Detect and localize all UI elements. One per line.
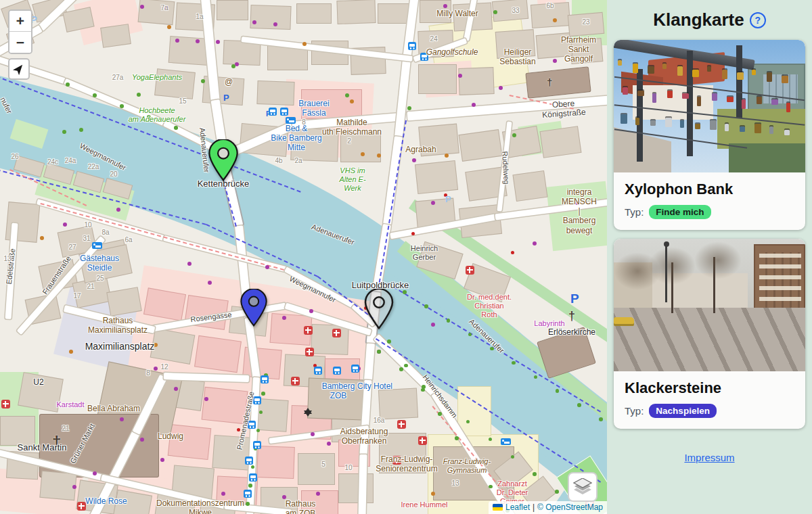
app-title-text: Klangkarte [653, 9, 744, 30]
padlock-decor [740, 126, 745, 132]
attribution-separator: | [533, 503, 535, 512]
padlock-decor [665, 118, 672, 127]
map-marker-green[interactable] [208, 139, 238, 181]
padlock-decor [727, 97, 734, 102]
locate-button[interactable] [8, 58, 30, 80]
card-title-xylophon: Xylophon Bank [625, 181, 794, 198]
map-marker-white-outline[interactable] [364, 289, 394, 329]
locate-arrow-icon [13, 63, 25, 75]
card-title-klackersteine: Klackersteine [625, 379, 794, 397]
padlock-decor [648, 66, 654, 74]
padlock-decor [725, 124, 729, 131]
impressum-link[interactable]: Impressum [612, 452, 807, 463]
openstreetmap-link[interactable]: © OpenStreetMap [537, 503, 603, 512]
padlock-decor [771, 99, 778, 105]
padlock-decor [757, 97, 762, 104]
padlock-decor [786, 103, 790, 112]
padlock-decor [712, 93, 717, 101]
layers-icon [573, 478, 592, 496]
padlock-decor [769, 126, 773, 134]
padlock-decor [680, 120, 684, 128]
type-label: Typ: [625, 405, 644, 417]
padlock-decor [618, 60, 622, 66]
zoom-control: + − [8, 9, 32, 54]
help-icon[interactable]: ? [750, 12, 766, 28]
zoom-out-button[interactable]: − [9, 32, 31, 53]
padlock-decor [635, 118, 639, 125]
zoom-in-button[interactable]: + [9, 11, 31, 32]
padlock-decor [722, 70, 727, 79]
xylophon-bank-photo [614, 40, 805, 172]
map[interactable]: PPPPP††† Milly WalterGangolfschuleHeilig… [0, 0, 607, 514]
ukraine-flag-icon [493, 504, 503, 511]
padlock-decor [754, 124, 761, 133]
sidebar: Klangkarte ? Xylophon Bank Typ: [607, 0, 812, 514]
type-badge-nachspielen: Nachspielen [649, 404, 717, 418]
padlock-decor [662, 64, 667, 69]
padlock-decor [633, 64, 638, 73]
layers-button[interactable] [568, 472, 597, 502]
page-title: Klangkarte ? [612, 0, 807, 40]
padlock-decor [637, 91, 644, 96]
padlock-decor [677, 66, 683, 76]
klackersteine-photo [614, 239, 805, 371]
padlock-decor [650, 120, 656, 126]
padlock-decor [623, 87, 628, 95]
padlock-decor [710, 120, 717, 130]
card-xylophon-bank[interactable]: Xylophon Bank Typ: Finde mich [614, 40, 805, 230]
map-water [0, 0, 607, 514]
padlock-decor [784, 130, 790, 135]
padlock-decor [621, 114, 627, 124]
type-label: Typ: [625, 206, 644, 218]
map-attribution: Leaflet | © OpenStreetMap [489, 501, 607, 514]
padlock-decor [695, 124, 700, 129]
padlock-decor [767, 72, 772, 82]
app: PPPPP††† Milly WalterGangolfschuleHeilig… [0, 0, 812, 514]
padlock-decor [692, 70, 699, 77]
padlock-decor [707, 66, 711, 72]
padlock-decor [742, 99, 746, 109]
leaflet-link[interactable]: Leaflet [505, 503, 530, 512]
padlock-decor [752, 70, 756, 75]
padlock-decor [782, 76, 788, 83]
type-badge-finde-mich: Finde mich [649, 205, 710, 219]
padlock-decor [682, 93, 689, 99]
map-marker-blue[interactable] [240, 289, 267, 327]
padlock-decor [737, 72, 744, 80]
card-klackersteine[interactable]: Klackersteine Typ: Nachspielen [614, 239, 805, 429]
padlock-decor [697, 97, 701, 106]
padlock-decor [667, 91, 673, 98]
padlock-decor [652, 93, 656, 103]
